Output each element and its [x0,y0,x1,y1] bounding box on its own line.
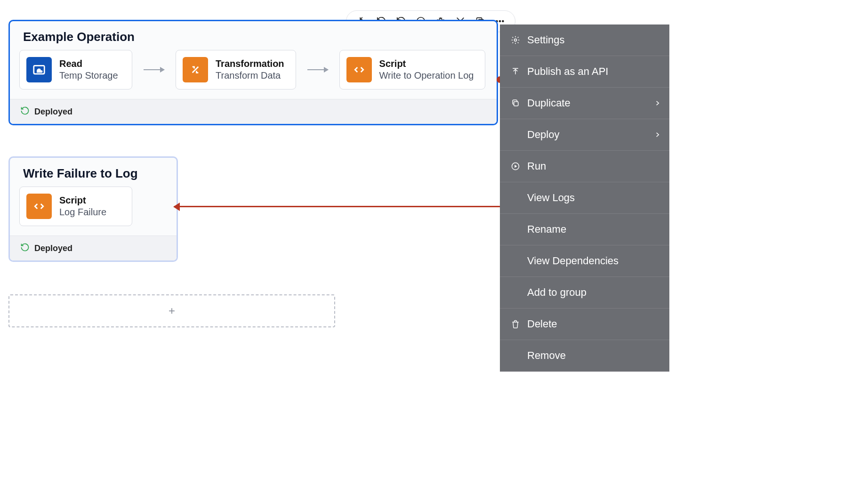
gear-icon [510,35,521,45]
menu-item-view-dependencies[interactable]: View Dependencies [500,245,669,277]
step-type: Transformation [216,58,284,69]
deployed-status-icon [20,106,30,117]
status-text: Deployed [34,244,72,253]
menu-label: Remove [527,350,566,362]
menu-label: View Logs [527,192,575,204]
operation-card-primary[interactable]: Example Operation Read Temp Storage Tran… [8,20,498,125]
storage-icon [26,57,52,82]
status-text: Deployed [34,107,72,117]
operation-title: Write Failure to Log [10,158,177,187]
menu-label: Settings [527,34,565,46]
operation-status-bar: Deployed [10,236,177,260]
operation-status-bar: Deployed [10,99,497,124]
menu-label: View Dependencies [527,255,619,267]
menu-label: Run [527,160,546,172]
step-script[interactable]: Script Log Failure [19,187,132,226]
step-label: Transform Data [216,70,284,81]
step-label: Write to Operation Log [379,70,474,81]
menu-item-deploy[interactable]: Deploy [500,119,669,151]
flow-arrow-icon [307,69,328,70]
step-label: Temp Storage [59,70,118,81]
operation-steps: Script Log Failure [10,187,177,236]
menu-item-run[interactable]: Run [500,151,669,182]
script-icon [26,194,52,219]
plus-icon: + [169,304,175,317]
duplicate-icon [510,98,521,108]
step-type: Script [59,195,106,206]
play-icon [510,161,521,171]
menu-label: Add to group [527,286,587,299]
add-operation-dropzone[interactable]: + [8,294,335,327]
trash-icon [510,319,521,329]
operation-title: Example Operation [10,21,497,50]
menu-label: Deploy [527,129,559,141]
step-type: Script [379,58,474,69]
menu-item-settings[interactable]: Settings [500,24,669,56]
svg-marker-14 [514,165,517,168]
menu-item-rename[interactable]: Rename [500,214,669,245]
operation-steps: Read Temp Storage Transformation Transfo… [10,50,497,99]
operation-card-secondary[interactable]: Write Failure to Log Script Log Failure … [8,156,178,262]
svg-point-9 [502,21,504,22]
menu-item-duplicate[interactable]: Duplicate [500,88,669,119]
menu-item-publish-api[interactable]: Publish as an API [500,56,669,88]
step-script[interactable]: Script Write to Operation Log [339,50,486,89]
script-icon [346,57,372,82]
menu-item-delete[interactable]: Delete [500,309,669,340]
menu-item-add-to-group[interactable]: Add to group [500,277,669,309]
svg-point-11 [514,39,517,41]
svg-rect-12 [514,102,518,106]
svg-point-8 [499,21,501,22]
menu-item-view-logs[interactable]: View Logs [500,182,669,214]
operation-context-menu: Settings Publish as an API Duplicate Dep… [500,24,669,372]
chevron-right-icon [654,129,661,141]
failure-connector-arrow [174,206,501,207]
menu-label: Publish as an API [527,65,608,78]
step-read[interactable]: Read Temp Storage [19,50,132,89]
menu-label: Rename [527,223,566,236]
menu-label: Delete [527,318,557,330]
transform-icon [183,57,208,82]
publish-icon [510,66,521,77]
step-transformation[interactable]: Transformation Transform Data [176,50,296,89]
flow-arrow-icon [144,69,164,70]
chevron-right-icon [654,97,661,109]
step-label: Log Failure [59,207,106,218]
deployed-status-icon [20,243,30,254]
menu-item-remove[interactable]: Remove [500,340,669,372]
menu-label: Duplicate [527,97,571,109]
step-type: Read [59,58,118,69]
